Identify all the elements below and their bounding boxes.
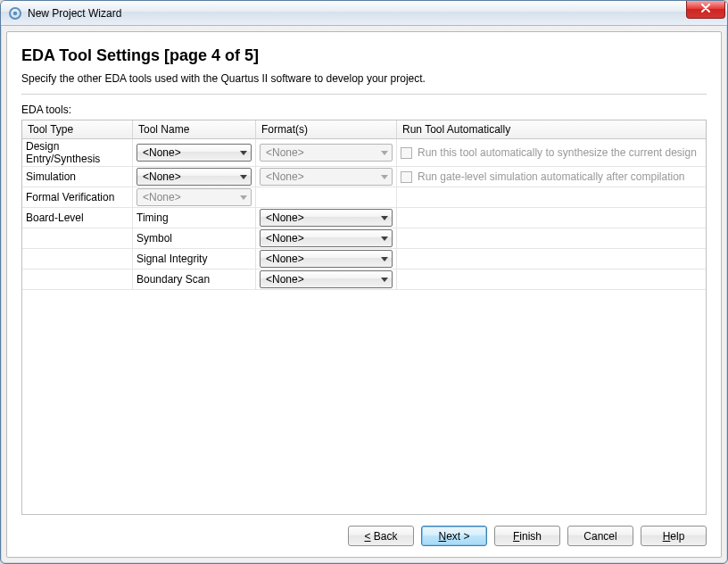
cell-format: <None>: [256, 167, 397, 187]
window-title: New Project Wizard: [28, 7, 121, 20]
cell-sub-label: Boundary Scan: [133, 270, 256, 290]
format-dropdown-disabled: <None>: [260, 168, 393, 186]
cell-tool-name: <None>: [133, 139, 256, 167]
cell-run-auto: [397, 249, 706, 270]
run-auto-checkbox: [401, 171, 412, 183]
run-auto-checkbox: [401, 147, 412, 159]
cell-tool-type: Formal Verification: [22, 187, 133, 208]
cell-tool-name: <None>: [133, 187, 256, 208]
dropdown-value: <None>: [143, 191, 181, 203]
col-header-tool-type[interactable]: Tool Type: [22, 120, 133, 139]
cell-run-auto: [397, 228, 706, 249]
svg-point-1: [13, 11, 17, 14]
dropdown-value: <None>: [143, 146, 181, 159]
cell-sub-label: Timing: [133, 208, 256, 228]
cell-tool-type: [22, 270, 133, 290]
cell-format: <None>: [256, 208, 397, 228]
help-button[interactable]: Help: [641, 526, 707, 546]
format-dropdown[interactable]: <None>: [260, 229, 393, 247]
col-header-run-auto[interactable]: Run Tool Automatically: [397, 120, 706, 139]
cell-format: <None>: [256, 249, 397, 270]
client-area: EDA Tool Settings [page 4 of 5] Specify …: [6, 31, 722, 558]
eda-tools-table: Tool Type Tool Name Format(s) Run Tool A…: [21, 120, 707, 515]
tool-name-dropdown[interactable]: <None>: [136, 144, 252, 162]
table-row: Formal Verification <None>: [22, 187, 706, 208]
titlebar[interactable]: New Project Wizard: [1, 1, 727, 26]
chevron-down-icon: [381, 278, 388, 282]
chevron-down-icon: [381, 151, 388, 155]
chevron-down-icon: [240, 151, 247, 155]
wizard-button-bar: < Back Next > Finish Cancel Help: [21, 515, 707, 546]
cell-sub-label: Symbol: [133, 228, 256, 249]
cell-tool-type: [22, 249, 133, 270]
divider: [21, 94, 707, 95]
cell-tool-type: Simulation: [22, 167, 133, 187]
dropdown-value: <None>: [266, 212, 304, 224]
dropdown-value: <None>: [143, 170, 181, 183]
dropdown-value: <None>: [266, 146, 304, 159]
cell-format: <None>: [256, 270, 397, 290]
run-auto-label: Run this tool automatically to synthesiz…: [418, 146, 697, 159]
chevron-down-icon: [381, 257, 388, 261]
chevron-down-icon: [381, 175, 388, 179]
cell-run-auto: [397, 208, 706, 228]
table-row: Design Entry/Synthesis <None> <None> Run: [22, 139, 706, 167]
run-auto-label: Run gate-level simulation automatically …: [418, 170, 684, 183]
dropdown-value: <None>: [266, 232, 304, 245]
dropdown-value: <None>: [266, 170, 304, 183]
table-row: Symbol <None>: [22, 228, 706, 249]
finish-button[interactable]: Finish: [494, 526, 560, 546]
dropdown-value: <None>: [266, 273, 304, 286]
next-button[interactable]: Next >: [421, 526, 487, 546]
format-dropdown[interactable]: <None>: [260, 270, 393, 288]
format-dropdown[interactable]: <None>: [260, 250, 393, 268]
dropdown-value: <None>: [266, 253, 304, 265]
cell-run-auto: [397, 270, 706, 290]
tool-name-dropdown-disabled: <None>: [136, 188, 252, 206]
chevron-down-icon: [240, 175, 247, 179]
cell-run-auto: Run this tool automatically to synthesiz…: [397, 139, 706, 167]
cell-tool-type: Design Entry/Synthesis: [22, 139, 133, 167]
cell-format: <None>: [256, 228, 397, 249]
cell-format: [256, 187, 397, 208]
section-label: EDA tools:: [21, 104, 707, 116]
table-row: Simulation <None> <None> Run gate-level: [22, 167, 706, 187]
cell-run-auto: [397, 187, 706, 208]
table-row: Boundary Scan <None>: [22, 270, 706, 290]
table-row: Board-Level Timing <None>: [22, 208, 706, 228]
chevron-down-icon: [240, 195, 247, 200]
format-dropdown[interactable]: <None>: [260, 209, 393, 227]
cell-tool-name: <None>: [133, 167, 256, 187]
cell-tool-type: Board-Level: [22, 208, 133, 228]
app-icon: [8, 6, 22, 21]
cell-sub-label: Signal Integrity: [133, 249, 256, 270]
table-row: Signal Integrity <None>: [22, 249, 706, 270]
cell-format: <None>: [256, 139, 397, 167]
cancel-button[interactable]: Cancel: [567, 526, 633, 546]
window-frame: New Project Wizard EDA Tool Settings [pa…: [0, 0, 728, 564]
page-title: EDA Tool Settings [page 4 of 5]: [21, 46, 707, 65]
back-button[interactable]: < Back: [348, 526, 414, 546]
col-header-tool-name[interactable]: Tool Name: [133, 120, 256, 139]
chevron-down-icon: [381, 216, 388, 220]
table-header-row: Tool Type Tool Name Format(s) Run Tool A…: [22, 120, 706, 139]
format-dropdown-disabled: <None>: [260, 144, 393, 162]
close-button[interactable]: [686, 1, 725, 19]
col-header-formats[interactable]: Format(s): [256, 120, 397, 139]
tool-name-dropdown[interactable]: <None>: [136, 168, 252, 186]
cell-tool-type: [22, 228, 133, 249]
page-subtitle: Specify the other EDA tools used with th…: [21, 72, 707, 85]
cell-run-auto: Run gate-level simulation automatically …: [397, 167, 706, 187]
chevron-down-icon: [381, 236, 388, 241]
